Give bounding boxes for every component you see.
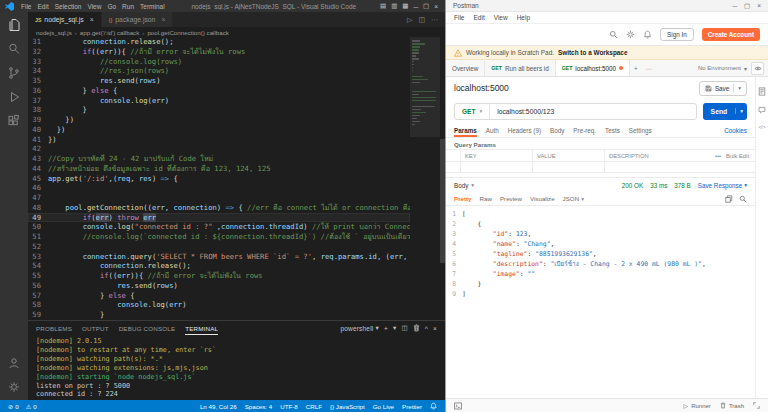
code-line[interactable]: 53 connection.query('SELECT * FROM beers… bbox=[28, 252, 410, 262]
menu-edit[interactable]: Edit bbox=[473, 14, 484, 21]
request-section-tab[interactable]: Headers (9) bbox=[508, 123, 541, 137]
response-view-tab[interactable]: Visualize bbox=[530, 195, 555, 202]
statusbar-item[interactable]: Spaces: 4 bbox=[245, 403, 273, 410]
code-line[interactable]: 58 console.log(err) bbox=[28, 300, 410, 310]
close-tab-icon[interactable]: × bbox=[87, 16, 94, 23]
new-tab-button[interactable]: + bbox=[630, 60, 642, 76]
code-line[interactable]: 44//สร้างหน้าย่อย ดึงข้อมูลเฉพาะ id ที่ต… bbox=[28, 164, 410, 174]
terminal-output[interactable]: [nodemon] 2.0.15[nodemon] to restart at … bbox=[28, 335, 445, 400]
description-input[interactable] bbox=[604, 162, 755, 172]
response-view-tab[interactable]: Raw bbox=[480, 195, 492, 202]
code-line[interactable]: 46 bbox=[28, 183, 410, 193]
minimize-icon[interactable]: ─ bbox=[732, 2, 737, 10]
tab-options-button[interactable]: ⋯ bbox=[642, 60, 656, 76]
breadcrumb-item[interactable]: nodejs_sql.js bbox=[36, 29, 72, 36]
statusbar-item[interactable]: {} JavaScript bbox=[330, 403, 365, 410]
request-section-tab[interactable]: Params bbox=[454, 123, 477, 137]
search-icon[interactable] bbox=[7, 42, 21, 56]
format-dropdown[interactable]: JSON▾ bbox=[563, 195, 584, 202]
menu-file[interactable]: File bbox=[454, 14, 464, 21]
close-tab-icon[interactable]: × bbox=[158, 16, 165, 23]
maximize-icon[interactable]: ▢ bbox=[744, 2, 750, 10]
code-snippet-icon[interactable]: </> bbox=[758, 124, 765, 130]
new-terminal-icon[interactable]: + bbox=[384, 325, 388, 332]
code-line[interactable]: 40 }) bbox=[28, 125, 410, 135]
create-account-button[interactable]: Create Account bbox=[702, 28, 760, 41]
code-line[interactable]: 43//Copy บรรทัดที่ 24 - 42 มาปรับแก้ Cod… bbox=[28, 154, 410, 164]
response-time[interactable]: 33 ms bbox=[650, 182, 667, 189]
code-line[interactable]: 35 res.send(rows) bbox=[28, 76, 410, 86]
maximize-panel-icon[interactable]: ^ bbox=[425, 325, 428, 332]
code-line[interactable]: 59 } bbox=[28, 310, 410, 320]
settings-gear-icon[interactable] bbox=[626, 30, 635, 39]
scrollbar-thumb[interactable] bbox=[440, 139, 445, 264]
breadcrumb-item[interactable]: app.get('/:id') callback bbox=[80, 29, 139, 36]
breadcrumb-item[interactable]: pool.getConnection() callback bbox=[147, 29, 229, 36]
value-input[interactable] bbox=[532, 162, 604, 172]
menu-file[interactable]: File bbox=[18, 3, 34, 10]
request-section-tab[interactable]: Pre-req. bbox=[573, 123, 596, 137]
terminal-shell-selector[interactable]: powershell▾ bbox=[340, 324, 379, 332]
statusbar-item[interactable]: Prettier bbox=[402, 403, 422, 410]
editor-tab[interactable]: {}package.json× bbox=[102, 12, 174, 27]
code-line[interactable]: 56 res.send(rows) bbox=[28, 281, 410, 291]
panel-tab-output[interactable]: OUTPUT bbox=[82, 321, 109, 335]
menu-edit[interactable]: Edit bbox=[34, 3, 51, 10]
response-size[interactable]: 378 B bbox=[674, 182, 690, 189]
request-section-tab[interactable]: Tests bbox=[605, 123, 620, 137]
minimize-icon[interactable]: ─ bbox=[413, 3, 418, 10]
code-line[interactable]: 38 } bbox=[28, 105, 410, 115]
statusbar-item[interactable]: CRLF bbox=[306, 403, 322, 410]
close-icon[interactable]: × bbox=[434, 3, 438, 10]
environment-quick-look-button[interactable] bbox=[751, 62, 764, 75]
code-line[interactable]: 54 connection.release(); bbox=[28, 261, 410, 271]
search-icon[interactable] bbox=[609, 30, 618, 39]
minimap[interactable] bbox=[410, 37, 440, 320]
panel-tab-problems[interactable]: PROBLEMS bbox=[36, 321, 72, 335]
warning-count[interactable]: ⚠0 bbox=[26, 403, 37, 410]
environment-selector[interactable]: No Environment▾ bbox=[694, 60, 751, 76]
run-file-icon[interactable]: ▷ bbox=[407, 16, 412, 24]
menu-view[interactable]: View bbox=[494, 14, 508, 21]
error-count[interactable]: ⊘0 bbox=[8, 403, 19, 410]
menu-selection[interactable]: Selection bbox=[52, 3, 85, 10]
save-response-button[interactable]: Save Response▾ bbox=[698, 182, 747, 189]
response-body-dropdown[interactable]: Body▾ bbox=[454, 182, 474, 189]
documentation-icon[interactable] bbox=[758, 87, 766, 96]
code-line[interactable]: 41}) bbox=[28, 135, 410, 145]
code-line[interactable]: 50 console.log("connected id : ?" ,conne… bbox=[28, 222, 410, 232]
maximize-icon[interactable]: ▢ bbox=[423, 2, 429, 10]
trash-button[interactable]: Trash bbox=[720, 402, 744, 409]
response-view-tab[interactable]: Pretty bbox=[454, 195, 472, 202]
response-view-tab[interactable]: Preview bbox=[500, 195, 522, 202]
code-line[interactable]: 48 pool.getConnection((err, connection) … bbox=[28, 203, 410, 213]
close-icon[interactable]: × bbox=[757, 2, 761, 10]
panel-tab-debug-console[interactable]: DEBUG CONSOLE bbox=[119, 321, 176, 335]
code-line[interactable]: 34 //res.json(rows) bbox=[28, 66, 410, 76]
terminal-dropdown-icon[interactable]: ▾ bbox=[393, 324, 396, 332]
menu-view[interactable]: View bbox=[84, 3, 104, 10]
menu-help[interactable]: Help bbox=[517, 14, 530, 21]
extensions-icon[interactable] bbox=[7, 114, 21, 128]
code-line[interactable]: 51 //console.log(`connected id : ${conne… bbox=[28, 232, 410, 242]
split-editor-icon[interactable]: ◫ bbox=[418, 16, 425, 24]
expand-icon[interactable] bbox=[753, 402, 760, 409]
sign-in-button[interactable]: Sign In bbox=[660, 28, 694, 41]
save-button[interactable]: Save ▾ bbox=[699, 81, 747, 96]
notifications-bell-icon[interactable] bbox=[430, 402, 437, 410]
cookies-link[interactable]: Cookies bbox=[724, 127, 747, 134]
status-badge[interactable]: 200 OK bbox=[622, 182, 643, 189]
request-section-tab[interactable]: Settings bbox=[629, 123, 652, 137]
copy-icon[interactable] bbox=[725, 195, 733, 203]
split-terminal-icon[interactable]: ◫ bbox=[401, 324, 407, 332]
explorer-icon[interactable] bbox=[7, 18, 21, 32]
code-line[interactable]: 57 } else { bbox=[28, 291, 410, 301]
code-lines[interactable]: 31 connection.release();32 if((err)){ //… bbox=[28, 37, 410, 320]
code-line[interactable]: 37 console.log(err) bbox=[28, 96, 410, 106]
statusbar-item[interactable]: Go Live bbox=[373, 403, 394, 410]
code-line[interactable]: 49 if(err) throw err bbox=[28, 213, 410, 223]
bulk-edit-button[interactable]: Bulk Edit bbox=[726, 153, 749, 159]
code-line[interactable]: 47 bbox=[28, 193, 410, 203]
statusbar-item[interactable]: UTF-8 bbox=[280, 403, 298, 410]
layout-customize-icon[interactable]: ▦ bbox=[402, 2, 408, 10]
